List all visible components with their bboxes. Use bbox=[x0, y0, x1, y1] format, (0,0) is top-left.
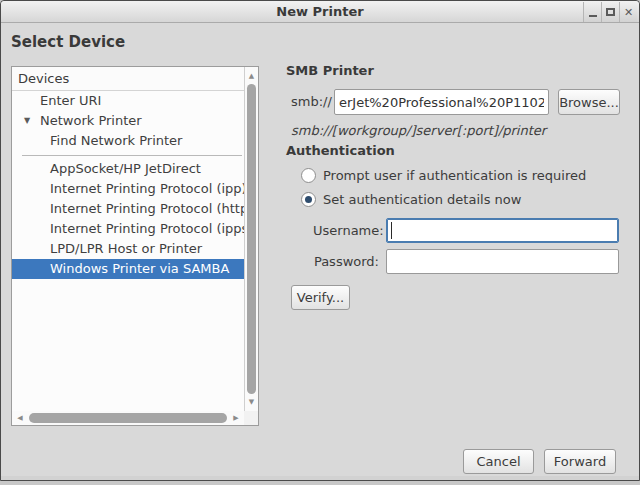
page-title: Select Device bbox=[11, 33, 125, 51]
username-label: Username: bbox=[313, 218, 379, 243]
radio-set-authentication[interactable]: Set authentication details now bbox=[301, 190, 521, 208]
password-field[interactable] bbox=[386, 249, 619, 274]
device-item-appsocket[interactable]: AppSocket/HP JetDirect bbox=[12, 159, 244, 179]
smb-protocol-label: smb:// bbox=[291, 89, 332, 115]
device-item-label: AppSocket/HP JetDirect bbox=[50, 161, 201, 176]
scroll-left-icon[interactable]: ◀ bbox=[13, 411, 27, 425]
scrollbar-corner bbox=[244, 411, 258, 425]
window-controls: ✕ bbox=[583, 2, 637, 22]
smb-settings-panel: SMB Printer smb:// Browse... smb://[work… bbox=[286, 61, 634, 321]
vertical-scrollbar[interactable]: ▲ ▼ bbox=[244, 67, 258, 411]
device-item-ipps[interactable]: Internet Printing Protocol (ipps) bbox=[12, 219, 244, 239]
device-item-label: Internet Printing Protocol (ipp) bbox=[50, 181, 244, 196]
devices-column-header[interactable]: Devices bbox=[12, 67, 244, 91]
horizontal-scrollbar-thumb[interactable] bbox=[29, 413, 227, 423]
password-label: Password: bbox=[313, 249, 379, 274]
list-separator bbox=[12, 151, 244, 159]
radio-set-label: Set authentication details now bbox=[323, 192, 521, 207]
device-item-enter-uri[interactable]: Enter URI bbox=[12, 91, 244, 111]
device-item-find-network-printer[interactable]: Find Network Printer bbox=[12, 131, 244, 151]
device-item-label: Enter URI bbox=[40, 93, 101, 108]
scroll-up-icon[interactable]: ▲ bbox=[245, 69, 258, 83]
device-item-label: Internet Printing Protocol (ipps) bbox=[50, 221, 244, 236]
device-item-label: Find Network Printer bbox=[50, 133, 182, 148]
maximize-button[interactable] bbox=[601, 2, 619, 22]
cancel-button[interactable]: Cancel bbox=[463, 449, 534, 474]
device-item-label: Internet Printing Protocol (https) bbox=[50, 201, 244, 216]
device-item-ipp[interactable]: Internet Printing Protocol (ipp) bbox=[12, 179, 244, 199]
device-item-samba[interactable]: Windows Printer via SAMBA bbox=[12, 259, 244, 279]
device-item-network-printer[interactable]: ▼ Network Printer bbox=[12, 111, 244, 131]
device-item-label: Windows Printer via SAMBA bbox=[50, 261, 229, 276]
minimize-button[interactable] bbox=[583, 2, 601, 22]
forward-button[interactable]: Forward bbox=[544, 449, 616, 474]
new-printer-dialog: New Printer ✕ Select Device Devices Ente… bbox=[0, 0, 640, 481]
radio-prompt-label: Prompt user if authentication is require… bbox=[323, 168, 586, 183]
vertical-scrollbar-thumb[interactable] bbox=[247, 84, 256, 394]
close-icon: ✕ bbox=[624, 7, 633, 18]
window-bottom-frame bbox=[1, 476, 639, 480]
expander-open-icon[interactable]: ▼ bbox=[24, 111, 30, 131]
minimize-icon bbox=[589, 15, 597, 17]
authentication-heading: Authentication bbox=[286, 143, 395, 158]
device-item-ipp-https[interactable]: Internet Printing Protocol (https) bbox=[12, 199, 244, 219]
device-item-lpd[interactable]: LPD/LPR Host or Printer bbox=[12, 239, 244, 259]
radio-unchecked-icon[interactable] bbox=[301, 168, 316, 183]
close-button[interactable]: ✕ bbox=[619, 2, 637, 22]
devices-rows: Enter URI ▼ Network Printer Find Network… bbox=[12, 91, 244, 411]
scroll-right-icon[interactable]: ▶ bbox=[229, 411, 243, 425]
title-bar[interactable]: New Printer ✕ bbox=[1, 1, 639, 23]
username-field[interactable] bbox=[386, 218, 619, 243]
radio-prompt-authentication[interactable]: Prompt user if authentication is require… bbox=[301, 166, 586, 184]
device-item-label: LPD/LPR Host or Printer bbox=[50, 241, 202, 256]
smb-uri-hint: smb://[workgroup/]server[:port]/printer bbox=[291, 123, 546, 138]
maximize-icon bbox=[606, 8, 615, 16]
window-title: New Printer bbox=[1, 1, 639, 23]
smb-uri-input[interactable] bbox=[334, 89, 549, 115]
browse-button[interactable]: Browse... bbox=[558, 89, 620, 115]
scroll-down-icon[interactable]: ▼ bbox=[245, 395, 258, 409]
devices-list: Devices Enter URI ▼ Network Printer Find… bbox=[11, 66, 259, 426]
smb-printer-heading: SMB Printer bbox=[286, 63, 374, 78]
horizontal-scrollbar[interactable]: ◀ ▶ bbox=[12, 411, 244, 425]
text-cursor bbox=[391, 222, 392, 239]
device-item-label: Network Printer bbox=[40, 113, 142, 128]
verify-button[interactable]: Verify... bbox=[291, 285, 350, 310]
radio-checked-icon[interactable] bbox=[301, 192, 316, 207]
